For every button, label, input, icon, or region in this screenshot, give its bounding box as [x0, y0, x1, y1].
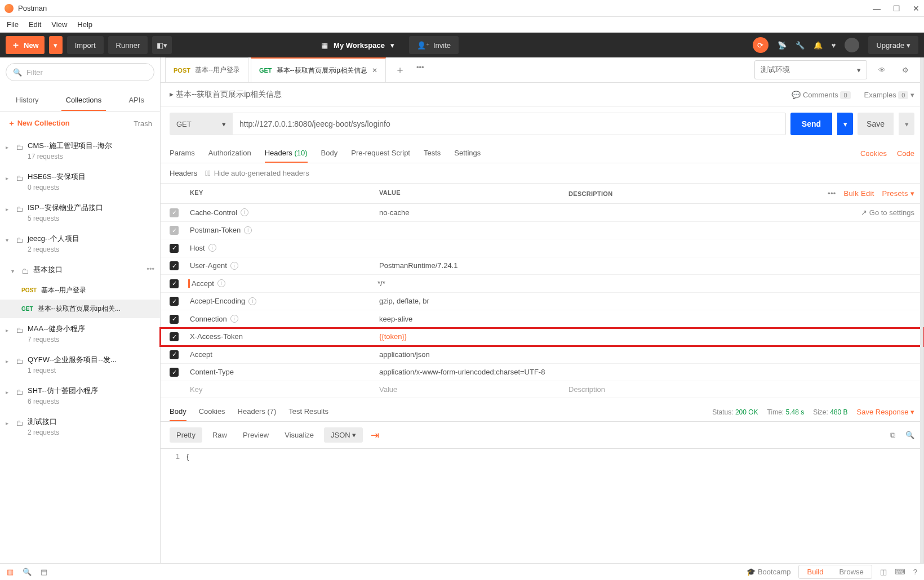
tab-headers[interactable]: Headers (10) [265, 144, 308, 163]
header-row[interactable]: ✓ Accepti */* [161, 275, 923, 293]
chevron-down-icon[interactable]: ▾ [390, 41, 394, 50]
keyboard-shortcuts-icon[interactable]: ⌨ [895, 568, 905, 576]
tab-history[interactable]: History [11, 91, 43, 111]
new-key-input[interactable]: Key [190, 385, 379, 394]
search-response-icon[interactable]: 🔍 [905, 431, 914, 439]
collection-item[interactable]: ▸ 🗀 SHT--仿十荟团小程序6 requests [0, 380, 160, 411]
goto-settings-link[interactable]: ↗ Go to settings [861, 208, 914, 217]
more-options-icon[interactable]: ••• [828, 189, 836, 198]
close-icon[interactable]: ✕ [913, 4, 919, 13]
info-icon[interactable]: i [230, 262, 238, 270]
resp-tab-tests[interactable]: Test Results [288, 403, 328, 421]
bootcamp-link[interactable]: 🎓 Bootcamp [747, 568, 790, 576]
tab-collections[interactable]: Collections [61, 91, 106, 111]
bell-icon[interactable]: 🔔 [814, 41, 823, 50]
tab-apis[interactable]: APIs [124, 91, 148, 111]
resp-tab-cookies[interactable]: Cookies [199, 403, 225, 421]
environment-select[interactable]: 测试环境▾ [754, 60, 867, 79]
hide-auto-headers-button[interactable]: 👁⃠Hide auto-generated headers [205, 169, 309, 177]
tab-authorization[interactable]: Authorization [208, 144, 251, 163]
trash-link[interactable]: Trash [134, 119, 152, 128]
menu-view[interactable]: View [51, 20, 67, 29]
header-row[interactable]: ✓ X-Access-Token {{token}} [161, 328, 923, 346]
copy-icon[interactable]: ⧉ [890, 431, 895, 440]
new-desc-input[interactable]: Description [568, 385, 914, 394]
send-dropdown[interactable]: ▾ [837, 113, 853, 135]
console-icon[interactable]: ▤ [41, 568, 47, 576]
resp-tab-headers[interactable]: Headers (7) [238, 403, 277, 421]
new-dropdown[interactable]: ▾ [49, 36, 63, 54]
maximize-icon[interactable]: ☐ [893, 4, 900, 13]
runner-button[interactable]: Runner [108, 36, 148, 54]
checkbox[interactable]: ✓ [170, 368, 179, 377]
code-link[interactable]: Code [897, 149, 914, 158]
menu-edit[interactable]: Edit [29, 20, 41, 29]
wrap-line-icon[interactable]: ⇥ [367, 429, 383, 441]
info-icon[interactable]: i [230, 315, 238, 323]
collection-item[interactable]: ▸ 🗀 QYFW--企业服务项目--发...1 request [0, 349, 160, 380]
tab-params[interactable]: Params [170, 144, 195, 163]
header-row[interactable]: ✓ Cache-Controli no-cache ↗ Go to settin… [161, 204, 923, 222]
view-visualize[interactable]: Visualize [279, 427, 319, 443]
collection-item[interactable]: ▸ 🗀 ISP--安保物业产品接口5 requests [0, 197, 160, 228]
minimize-icon[interactable]: — [873, 4, 881, 13]
info-icon[interactable]: i [248, 297, 256, 305]
add-tab-button[interactable]: ＋ [388, 57, 412, 82]
build-browse-toggle[interactable]: Build Browse [798, 565, 872, 579]
request-item[interactable]: POST基本--用户登录 [0, 281, 160, 300]
info-icon[interactable]: i [208, 244, 216, 252]
info-icon[interactable]: i [244, 226, 252, 234]
info-icon[interactable]: i [241, 208, 248, 216]
upgrade-button[interactable]: Upgrade ▾ [868, 36, 918, 54]
settings-gear-icon[interactable]: ⚙ [896, 61, 914, 79]
examples-button[interactable]: Examples 0 ▾ [864, 91, 914, 99]
menu-file[interactable]: File [7, 20, 19, 29]
header-row[interactable]: ✓ Accept-Encodingi gzip, deflate, br [161, 293, 923, 311]
presets-link[interactable]: Presets ▾ [882, 189, 914, 198]
collection-item[interactable]: ▸ 🗀 MAA--健身小程序7 requests [0, 318, 160, 349]
heart-icon[interactable]: ♥ [832, 41, 836, 50]
checkbox[interactable]: ✓ [170, 279, 179, 288]
checkbox[interactable]: ✓ [170, 226, 179, 235]
new-collection-button[interactable]: ＋ New Collection [8, 118, 70, 128]
tab-tests[interactable]: Tests [424, 144, 441, 163]
menu-help[interactable]: Help [77, 20, 92, 29]
avatar[interactable] [845, 38, 859, 52]
find-icon[interactable]: 🔍 [23, 568, 32, 576]
save-button[interactable]: Save [858, 113, 894, 135]
close-tab-icon[interactable]: ✕ [372, 66, 377, 74]
environment-preview-icon[interactable]: 👁 [873, 61, 891, 79]
sidebar-toggle-icon[interactable]: ▥ [7, 568, 14, 576]
request-tab[interactable]: POST 基本--用户登录 [165, 57, 248, 82]
satellite-icon[interactable]: 📡 [778, 41, 787, 50]
format-select[interactable]: JSON ▾ [324, 427, 363, 443]
more-icon[interactable]: ••• [146, 265, 154, 273]
sync-icon[interactable]: ⟳ [753, 37, 768, 53]
cookies-link[interactable]: Cookies [860, 149, 887, 158]
view-raw[interactable]: Raw [207, 427, 233, 443]
header-row[interactable]: ✓ User-Agenti PostmanRuntime/7.24.1 [161, 257, 923, 275]
header-row[interactable]: ✓ Connectioni keep-alive [161, 310, 923, 328]
two-pane-icon[interactable]: ◫ [880, 568, 887, 576]
info-icon[interactable]: i [217, 279, 225, 287]
save-response-button[interactable]: Save Response ▾ [857, 408, 914, 416]
request-item[interactable]: GET基本--获取首页展示ip相关... [0, 300, 160, 318]
checkbox[interactable]: ✓ [170, 332, 179, 341]
folder-item[interactable]: ▾ 🗀 基本接口 ••• [0, 259, 160, 281]
header-row[interactable]: ✓ Hosti [161, 239, 923, 257]
view-pretty[interactable]: Pretty [170, 427, 202, 443]
tab-settings[interactable]: Settings [454, 144, 481, 163]
comments-button[interactable]: 💬 Comments 0 [792, 91, 850, 99]
header-row[interactable]: ✓ Postman-Tokeni [161, 222, 923, 240]
tab-options-icon[interactable]: ••• [412, 57, 429, 82]
view-preview[interactable]: Preview [237, 427, 274, 443]
import-button[interactable]: Import [67, 36, 104, 54]
checkbox[interactable]: ✓ [170, 244, 179, 253]
new-value-input[interactable]: Value [379, 385, 568, 394]
send-button[interactable]: Send [790, 113, 832, 135]
new-button[interactable]: ＋New [6, 36, 45, 54]
collection-item[interactable]: ▸ 🗀 HSE6S--安保项目0 requests [0, 166, 160, 197]
checkbox[interactable]: ✓ [170, 350, 179, 359]
open-new-window-button[interactable]: ◧▾ [152, 36, 172, 54]
wrench-icon[interactable]: 🔧 [796, 41, 805, 50]
